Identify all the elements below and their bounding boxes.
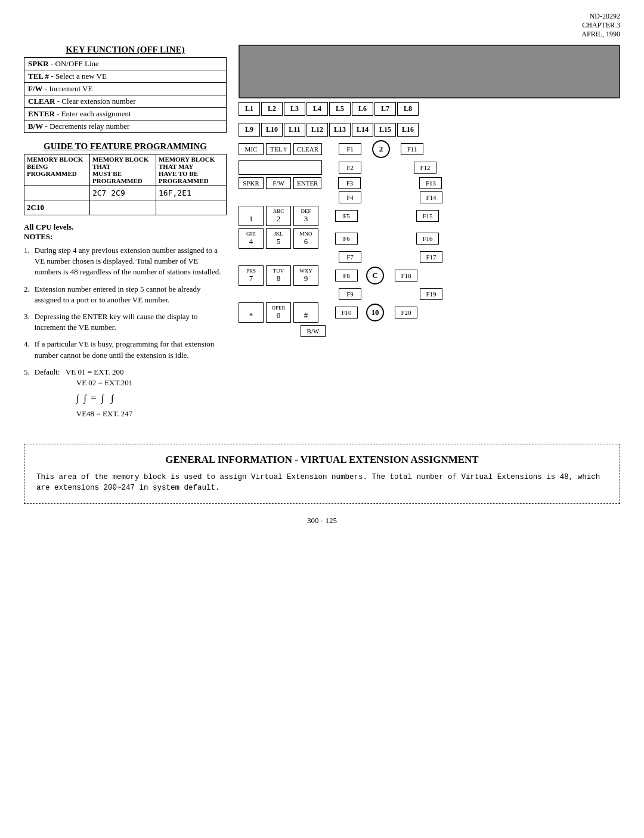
- line-button[interactable]: L9: [239, 123, 260, 137]
- page-number: 300 - 125: [24, 516, 620, 525]
- f11-button[interactable]: F11: [401, 143, 423, 155]
- key-function-row: F/W - Increment VE: [24, 83, 227, 95]
- line-button[interactable]: L8: [397, 102, 419, 116]
- key-function-row: SPKR - ON/OFF Line: [24, 58, 227, 70]
- f1-button[interactable]: F1: [339, 143, 361, 155]
- f2-button[interactable]: F2: [339, 162, 361, 174]
- guide-col1-header: MEMORY BLOCK BEINGPROGRAMMED: [24, 154, 90, 186]
- f5-button[interactable]: F5: [335, 210, 358, 222]
- key-function-title: KEY FUNCTION (OFF LINE): [24, 45, 227, 55]
- f12-button[interactable]: F12: [414, 162, 436, 174]
- note-item: 3.Depressing the ENTER key will cause th…: [24, 311, 227, 333]
- mic-button[interactable]: MIC: [239, 143, 264, 155]
- f6-button[interactable]: F6: [335, 233, 358, 245]
- fw-button[interactable]: F/W: [266, 177, 291, 189]
- bw-button[interactable]: B/W: [301, 325, 326, 337]
- f10-button[interactable]: F10: [335, 307, 358, 318]
- kb-row-6: * OPER 0 # F10: [239, 302, 620, 323]
- line-button[interactable]: L3: [284, 102, 305, 116]
- key-function-key: F/W - Increment VE: [24, 83, 227, 95]
- key-function-row: CLEAR - Clear extension number: [24, 95, 227, 108]
- line-button[interactable]: L16: [397, 123, 419, 137]
- kb-row-5: PRS 7 TUV 8 WXY 9 F8: [239, 265, 620, 286]
- f15-button[interactable]: F15: [416, 210, 439, 222]
- f7-button[interactable]: F7: [339, 251, 361, 263]
- line-button[interactable]: L4: [306, 102, 328, 116]
- f13-button[interactable]: F13: [419, 177, 442, 189]
- key-8-button[interactable]: TUV 8: [266, 265, 291, 286]
- guide-block-code: 2C10: [24, 200, 90, 215]
- circle-c-button[interactable]: C: [366, 267, 384, 285]
- display-area: [239, 45, 620, 98]
- guide-col1-empty: [24, 186, 90, 200]
- line-button[interactable]: L6: [352, 102, 373, 116]
- line-button[interactable]: L5: [329, 102, 351, 116]
- key-function-row: ENTER - Enter each assignment: [24, 108, 227, 120]
- cpu-levels: All CPU levels.: [24, 222, 227, 232]
- line-button[interactable]: L15: [374, 123, 396, 137]
- guide-col2-header: MEMORY BLOCK THATMUST BE PROGRAMMED: [89, 154, 156, 186]
- f18-button[interactable]: F18: [395, 270, 417, 282]
- line-button[interactable]: L1: [239, 102, 260, 116]
- line-button[interactable]: L14: [352, 123, 373, 137]
- key-6-button[interactable]: MNO 6: [293, 228, 318, 249]
- guide-title: GUIDE TO FEATURE PROGRAMMING: [24, 141, 227, 151]
- tel-button[interactable]: TEL #: [266, 143, 291, 155]
- key-star-button[interactable]: *: [239, 302, 264, 323]
- key-function-key: ENTER - Enter each assignment: [24, 108, 227, 120]
- key-0-button[interactable]: OPER 0: [266, 302, 291, 323]
- keyboard-area: MIC TEL # CLEAR F1 2 F11: [239, 140, 620, 339]
- date: APRIL, 1990: [24, 30, 620, 39]
- f20-button[interactable]: F20: [395, 307, 417, 318]
- f9-button[interactable]: F9: [339, 288, 361, 300]
- header: ND-20292 CHAPTER 3 APRIL, 1990: [24, 12, 620, 39]
- f3-button[interactable]: F3: [338, 177, 361, 189]
- key-function-key: TEL # - Select a new VE: [24, 70, 227, 83]
- line-button[interactable]: L13: [329, 123, 351, 137]
- chapter: CHAPTER 3: [24, 21, 620, 30]
- guide-col2-empty: [89, 200, 156, 215]
- key-5-button[interactable]: JKL 5: [266, 228, 291, 249]
- left-panel: KEY FUNCTION (OFF LINE) SPKR - ON/OFF Li…: [24, 45, 227, 426]
- key-1-button[interactable]: 1: [239, 206, 264, 226]
- key-9-button[interactable]: WXY 9: [293, 265, 318, 286]
- key-7-button[interactable]: PRS 7: [239, 265, 264, 286]
- f14-button[interactable]: F14: [420, 191, 442, 203]
- circle-2-button[interactable]: 2: [372, 140, 390, 158]
- key-4-button[interactable]: GHI 4: [239, 228, 264, 249]
- note-item: 2.Extension number entered in step 5 can…: [24, 284, 227, 305]
- notes-heading: NOTES:: [24, 232, 227, 242]
- line-button[interactable]: L2: [261, 102, 283, 116]
- key-function-key: B/W - Decrements relay number: [24, 120, 227, 133]
- kb-row-3: 1 ABC 2 DEF 3 F5 F15: [239, 206, 620, 226]
- kb-row-f4: F4 F14: [239, 191, 620, 203]
- spkr-button[interactable]: SPKR: [239, 177, 264, 189]
- f17-button[interactable]: F17: [420, 251, 442, 263]
- guide-col2-code: 2C7 2C9: [89, 186, 156, 200]
- f8-button[interactable]: F8: [335, 270, 358, 282]
- f16-button[interactable]: F16: [416, 233, 439, 245]
- clear-button[interactable]: CLEAR: [293, 143, 322, 155]
- key-2-button[interactable]: ABC 2: [266, 206, 291, 226]
- info-box-text: This area of the memory block is used to…: [36, 472, 608, 494]
- note-item: 4.If a particular VE is busy, programmin…: [24, 339, 227, 360]
- note-item: 5.Default: VE 01 = EXT. 200VE 02 = EXT.2…: [24, 367, 227, 420]
- info-box: GENERAL INFORMATION - VIRTUAL EXTENSION …: [24, 444, 620, 505]
- line-button[interactable]: L7: [374, 102, 396, 116]
- circle-10-button[interactable]: 10: [366, 304, 384, 321]
- f19-button[interactable]: F19: [420, 288, 442, 300]
- key-hash-button[interactable]: #: [293, 302, 318, 323]
- key-function-table: SPKR - ON/OFF LineTEL # - Select a new V…: [24, 57, 227, 133]
- kb-row-2: SPKR F/W ENTER F3 F13: [239, 177, 620, 189]
- kb-row-f7: F7 F17: [239, 251, 620, 263]
- guide-col3-code: 16F,2E1: [156, 186, 227, 200]
- doc-number: ND-20292: [24, 12, 620, 21]
- key-3-button[interactable]: DEF 3: [293, 206, 318, 226]
- line-button[interactable]: L12: [306, 123, 328, 137]
- line-button[interactable]: L11: [284, 123, 305, 137]
- key-function-key: SPKR - ON/OFF Line: [24, 58, 227, 70]
- f4-button[interactable]: F4: [339, 191, 361, 203]
- enter-button[interactable]: ENTER: [293, 177, 321, 189]
- line-button[interactable]: L10: [261, 123, 283, 137]
- guide-col3-empty: [156, 200, 227, 215]
